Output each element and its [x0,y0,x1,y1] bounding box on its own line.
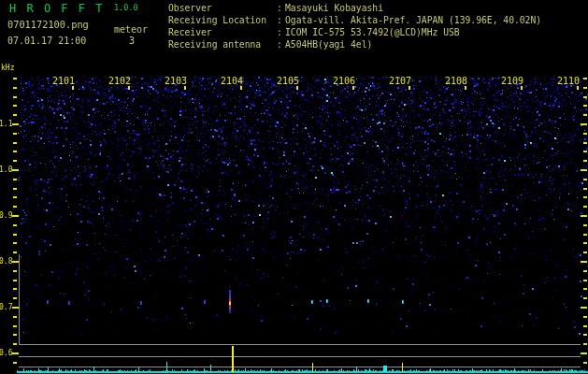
time-tick-label: 2107 [389,76,411,86]
time-tick-label: 2109 [501,76,523,86]
time-tick-label: 2110 [557,76,580,86]
time-tick-label: 2103 [165,76,187,86]
time-tick-label: 2106 [333,76,355,86]
time-tick-label: 2102 [108,76,131,86]
time-tick-label: 2108 [445,76,467,86]
time-axis: 2101210221032104210521062107210821092110 [0,0,588,374]
time-tick-label: 2101 [52,76,75,86]
time-tick-label: 2105 [277,76,299,86]
time-tick-label: 2104 [221,76,243,86]
hrofft-screen: H R O F F T 1.0.0 0701172100.png meteor … [0,0,588,374]
